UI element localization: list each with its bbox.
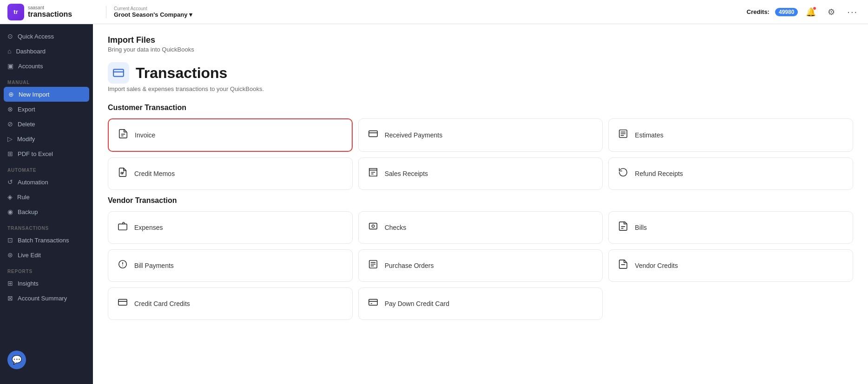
checks-label: Checks (385, 224, 407, 231)
sidebar-item-backup[interactable]: ◉ Backup (0, 204, 93, 219)
notification-button[interactable]: 🔔 (803, 5, 818, 20)
section-reports: REPORTS (0, 262, 93, 276)
card-checks[interactable]: Checks (358, 211, 603, 244)
dashboard-icon: ⌂ (7, 47, 11, 55)
card-refund-receipts[interactable]: Refund Receipts (608, 157, 853, 190)
backup-icon: ◉ (7, 208, 13, 215)
pay-down-credit-card-icon (368, 297, 378, 310)
estimates-icon (618, 129, 628, 142)
sidebar-item-modify[interactable]: ▷ Modify (0, 131, 93, 146)
expenses-icon (118, 221, 128, 234)
sidebar-item-label: Quick Access (18, 33, 54, 40)
logo-icon: tr (7, 4, 24, 20)
more-button[interactable]: ··· (844, 5, 861, 19)
sales-receipts-label: Sales Receipts (385, 170, 428, 177)
tx-subtitle: Import sales & expenses transactions to … (108, 85, 853, 92)
live-edit-icon: ⊛ (7, 251, 13, 259)
purchase-orders-label: Purchase Orders (385, 262, 434, 269)
invoice-icon (118, 129, 128, 142)
account-label: Current Account (114, 6, 192, 11)
card-sales-receipts[interactable]: Sales Receipts (358, 157, 603, 190)
sidebar-item-label: Rule (17, 194, 30, 201)
sidebar-item-label: Modify (17, 136, 35, 143)
bills-label: Bills (635, 224, 647, 231)
credit-memos-label: Credit Memos (134, 170, 175, 177)
vendor-credits-label: Vendor Credits (635, 262, 678, 269)
credit-card-credits-icon (118, 297, 128, 310)
sidebar: ⊙ Quick Access ⌂ Dashboard ▣ Accounts MA… (0, 24, 93, 384)
sidebar-item-export[interactable]: ⊗ Export (0, 102, 93, 117)
tx-title: Transactions (136, 65, 227, 82)
transactions-header: Transactions (108, 62, 853, 84)
received-payments-icon (368, 129, 378, 142)
purchase-orders-icon (368, 259, 378, 272)
sidebar-item-live-edit[interactable]: ⊛ Live Edit (0, 247, 93, 262)
sidebar-item-delete[interactable]: ⊘ Delete (0, 117, 93, 131)
sidebar-item-new-import[interactable]: ⊕ New Import (4, 87, 89, 102)
svg-line-11 (123, 172, 124, 174)
card-expenses[interactable]: Expenses (108, 211, 353, 244)
card-pay-down-credit-card[interactable]: Pay Down Credit Card (358, 287, 603, 320)
vendor-section-heading: Vendor Transaction (108, 196, 853, 205)
credit-card-icon (112, 67, 125, 79)
card-bill-payments[interactable]: Bill Payments (108, 249, 353, 282)
app-body: ⊙ Quick Access ⌂ Dashboard ▣ Accounts MA… (0, 24, 868, 384)
card-credit-memos[interactable]: Credit Memos (108, 157, 353, 190)
logo-area: tr saasant transactions (7, 4, 100, 20)
card-bills[interactable]: Bills (608, 211, 853, 244)
sidebar-item-dashboard[interactable]: ⌂ Dashboard (0, 44, 93, 59)
section-automate: AUTOMATE (0, 161, 93, 175)
svg-rect-0 (113, 69, 124, 76)
card-received-payments[interactable]: Received Payments (358, 118, 603, 152)
automation-icon: ↺ (7, 178, 13, 186)
svg-rect-14 (118, 224, 127, 230)
sidebar-item-batch-transactions[interactable]: ⊡ Batch Transactions (0, 233, 93, 247)
svg-rect-29 (368, 299, 377, 306)
gear-icon: ⚙ (828, 7, 835, 17)
sidebar-item-account-summary[interactable]: ⊠ Account Summary (0, 291, 93, 306)
credits-badge: 49980 (775, 8, 798, 16)
sidebar-item-label: Automation (18, 179, 48, 186)
estimates-label: Estimates (635, 131, 663, 139)
sidebar-item-accounts[interactable]: ▣ Accounts (0, 59, 93, 73)
credits-label: Credits: (747, 8, 769, 15)
svg-point-16 (372, 225, 375, 228)
account-name[interactable]: Groot Season's Company ▾ (114, 11, 192, 18)
rule-icon: ◈ (7, 193, 13, 201)
insights-icon: ⊞ (7, 280, 13, 287)
sidebar-item-pdf-to-excel[interactable]: ⊞ PDF to Excel (0, 146, 93, 161)
card-invoice[interactable]: Invoice (108, 118, 353, 152)
sidebar-item-label: Dashboard (16, 48, 46, 55)
refund-receipts-label: Refund Receipts (635, 170, 683, 177)
sidebar-item-insights[interactable]: ⊞ Insights (0, 276, 93, 291)
svg-rect-15 (369, 223, 377, 229)
export-icon: ⊗ (7, 105, 13, 113)
card-estimates[interactable]: Estimates (608, 118, 853, 152)
bill-payments-icon (118, 259, 128, 272)
chat-button[interactable]: 💬 (7, 351, 26, 369)
customer-cards-grid: Invoice Received Payments (108, 118, 853, 190)
sidebar-item-label: Account Summary (18, 295, 67, 302)
sidebar-bottom: 💬 (0, 343, 93, 377)
import-files-title: Import Files (108, 35, 853, 45)
sidebar-item-label: Backup (18, 208, 38, 215)
card-vendor-credits[interactable]: Vendor Credits (608, 249, 853, 282)
chevron-down-icon: ▾ (189, 11, 192, 18)
settings-button[interactable]: ⚙ (824, 5, 839, 20)
sidebar-item-quick-access[interactable]: ⊙ Quick Access (0, 29, 93, 44)
sidebar-item-label: Delete (18, 121, 35, 128)
section-transactions: TRANSACTIONS (0, 219, 93, 233)
sidebar-item-label: Live Edit (18, 252, 41, 259)
card-purchase-orders[interactable]: Purchase Orders (358, 249, 603, 282)
invoice-label: Invoice (135, 131, 155, 139)
card-credit-card-credits[interactable]: Credit Card Credits (108, 287, 353, 320)
sidebar-item-label: Batch Transactions (18, 237, 69, 244)
account-area: Current Account Groot Season's Company ▾ (106, 6, 192, 18)
vendor-credits-icon (618, 259, 628, 272)
sidebar-item-rule[interactable]: ◈ Rule (0, 189, 93, 204)
logo-bottom-text: transactions (28, 10, 72, 19)
sidebar-item-automation[interactable]: ↺ Automation (0, 175, 93, 189)
sidebar-item-label: PDF to Excel (18, 150, 53, 157)
credit-card-credits-label: Credit Card Credits (134, 300, 190, 307)
refund-receipts-icon (618, 167, 628, 180)
